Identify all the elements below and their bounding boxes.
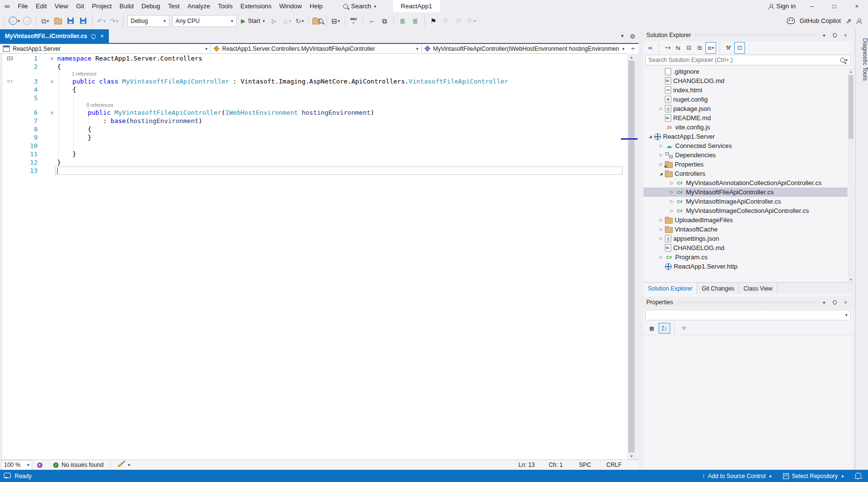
tree-item[interactable]: ▷C#MyVintasoftAnnotationCollectionApiCon… bbox=[643, 178, 852, 188]
active-document-title[interactable]: ReactApp1 bbox=[393, 0, 440, 12]
save-button[interactable] bbox=[64, 15, 77, 27]
menu-help[interactable]: Help bbox=[306, 0, 327, 12]
open-file-button[interactable] bbox=[52, 15, 64, 27]
code-line[interactable]: 2{ bbox=[0, 63, 627, 71]
code-line[interactable]: 9 } bbox=[0, 133, 627, 142]
code-cleanup-icon[interactable] bbox=[118, 462, 123, 467]
breakpoint-margin[interactable] bbox=[0, 63, 18, 71]
categorized-icon[interactable]: ▦ bbox=[646, 323, 657, 333]
breakpoint-margin[interactable] bbox=[0, 94, 18, 102]
menu-git[interactable]: Git bbox=[72, 0, 88, 12]
fold-toggle-icon[interactable]: ∨ bbox=[38, 77, 57, 85]
gear-icon[interactable]: ⚙ bbox=[630, 33, 636, 40]
code-line[interactable]: 5 bbox=[0, 94, 627, 102]
sync-with-active-document-icon[interactable]: ⧈▾ bbox=[705, 42, 716, 54]
menu-window[interactable]: Window bbox=[275, 0, 306, 12]
scroll-up-icon[interactable]: ▲ bbox=[847, 68, 854, 74]
diagnostic-tools-tab[interactable]: Diagnostic Tools bbox=[856, 34, 868, 81]
tree-item[interactable]: ⚙nuget.config bbox=[643, 95, 852, 104]
spaces-indicator[interactable]: SPC bbox=[579, 461, 606, 468]
tree-item[interactable]: ReactApp1.Server.http bbox=[643, 262, 852, 271]
collapse-all-icon[interactable]: ⊟ bbox=[684, 42, 694, 53]
code-tokens[interactable]: { bbox=[57, 85, 76, 94]
expand-arrow[interactable]: ▷ bbox=[657, 255, 665, 259]
increase-indent-button[interactable]: ≣ bbox=[409, 15, 422, 27]
decrease-indent-button[interactable]: ≣ bbox=[396, 15, 409, 27]
tree-item[interactable]: ▷VintasoftCache bbox=[643, 225, 852, 234]
menu-project[interactable]: Project bbox=[88, 0, 115, 12]
expand-arrow[interactable]: ▷ bbox=[668, 190, 676, 194]
tree-item[interactable]: ▷{}appsettings.json bbox=[643, 234, 852, 243]
preview-selected-items-icon[interactable]: ⊡ bbox=[734, 42, 745, 54]
tree-item[interactable]: ▷C#Program.cs bbox=[643, 252, 852, 262]
find-in-files-button[interactable] bbox=[311, 15, 324, 27]
copy-lines-button[interactable]: ⧉ bbox=[378, 15, 391, 27]
share-icon[interactable]: ⇗ bbox=[846, 18, 851, 24]
menu-build[interactable]: Build bbox=[116, 0, 138, 12]
pin-icon[interactable] bbox=[91, 33, 97, 40]
line-ending-indicator[interactable]: CRLF bbox=[606, 461, 639, 468]
codelens-indicator[interactable]: 1 reference bbox=[0, 71, 627, 77]
code-line[interactable]: 12} bbox=[0, 158, 627, 167]
select-repository-button[interactable]: Select Repository ▲ bbox=[783, 473, 845, 480]
editor-vertical-scrollbar[interactable]: ▲ ▼ bbox=[627, 54, 636, 460]
solution-platform-dropdown[interactable]: Any CPU▾ bbox=[172, 15, 237, 27]
code-tokens[interactable]: { bbox=[57, 63, 61, 71]
toggle-bookmark-button[interactable]: ⚑ bbox=[427, 15, 440, 27]
tree-item[interactable]: .gitignore bbox=[643, 67, 852, 76]
code-line[interactable]: 6∨ public MyVintasoftFileApiController(I… bbox=[0, 108, 627, 117]
code-line[interactable]: 4 { bbox=[0, 85, 627, 94]
pending-changes-filter-icon[interactable]: ◔▾ bbox=[662, 42, 672, 53]
tree-item[interactable]: ▷C#MyVintasoftImageCollectionApiControll… bbox=[643, 206, 852, 215]
scrollbar-thumb[interactable] bbox=[628, 61, 635, 453]
code-tokens[interactable]: : base(hostingEnvironment) bbox=[57, 117, 202, 125]
panel-tab-git-changes[interactable]: Git Changes bbox=[697, 283, 739, 294]
pin-icon[interactable] bbox=[831, 33, 839, 37]
home-icon[interactable]: ∞ bbox=[645, 42, 655, 53]
panel-tab-solution-explorer[interactable]: Solution Explorer bbox=[643, 283, 697, 294]
navigate-forward-button[interactable]: → bbox=[21, 15, 34, 27]
add-to-source-control-button[interactable]: ↑ Add to Source Control ▲ bbox=[702, 473, 772, 480]
menu-test[interactable]: Test bbox=[164, 0, 184, 12]
split-editor-button[interactable]: ÷ bbox=[627, 43, 639, 54]
breakpoint-margin[interactable] bbox=[0, 117, 18, 125]
solution-explorer-scrollbar[interactable]: ▲ ▼ bbox=[847, 68, 854, 282]
account-icon[interactable] bbox=[856, 19, 861, 23]
panel-tab-class-view[interactable]: Class View bbox=[739, 283, 777, 294]
start-without-debugging-button[interactable]: ▷ bbox=[268, 15, 281, 27]
tree-item[interactable]: <>index.html bbox=[643, 85, 852, 95]
menu-edit[interactable]: Edit bbox=[32, 0, 50, 12]
inheritance-margin-icon[interactable]: ○↑ bbox=[7, 77, 13, 85]
clear-bookmarks-button[interactable]: ⚐▾ bbox=[465, 15, 478, 27]
project-dropdown[interactable]: ReactApp1.Server ▾ bbox=[0, 44, 211, 53]
editor-extension-icon[interactable] bbox=[37, 462, 42, 468]
save-all-button[interactable] bbox=[77, 15, 90, 27]
next-bookmark-button[interactable]: ⚐ bbox=[453, 15, 465, 27]
expand-arrow[interactable]: ◢ bbox=[646, 134, 654, 139]
tree-item[interactable]: ▷{}package.json bbox=[643, 104, 852, 113]
code-tokens[interactable]: } bbox=[57, 158, 61, 167]
codelens-indicator[interactable]: 0 references bbox=[0, 102, 627, 108]
notifications-bell-icon[interactable] bbox=[855, 473, 861, 478]
document-tab[interactable]: MyVintasoftFil...iController.cs × bbox=[0, 29, 109, 43]
member-dropdown[interactable]: MyVintasoftFileApiController(IWebHostEnv… bbox=[422, 44, 627, 53]
tree-item[interactable]: ▷C#MyVintasoftImageApiController.cs bbox=[643, 197, 852, 206]
close-icon[interactable]: × bbox=[842, 300, 849, 305]
open-documents-dropdown-icon[interactable]: ▾ bbox=[621, 33, 624, 39]
tree-item[interactable]: ▷C#MyVintasoftFileApiController.cs bbox=[643, 188, 852, 197]
navigate-back-button[interactable]: ←▾ bbox=[8, 15, 21, 27]
breakpoint-margin[interactable] bbox=[0, 158, 18, 167]
menu-debug[interactable]: Debug bbox=[138, 0, 164, 12]
tree-item[interactable]: ▷Dependencies bbox=[643, 150, 852, 160]
breakpoint-margin[interactable] bbox=[0, 85, 18, 94]
window-layout-button[interactable]: ⊟▾ bbox=[330, 15, 342, 27]
code-cleanup-run-button[interactable]: abc✓ bbox=[348, 15, 360, 27]
toolbar-grip[interactable] bbox=[3, 16, 6, 26]
expand-arrow[interactable]: ◢ bbox=[657, 171, 665, 176]
format-selection-button[interactable]: ⌐ bbox=[366, 15, 378, 27]
scroll-down-icon[interactable]: ▼ bbox=[847, 276, 854, 282]
code-editor[interactable]: {⊡1∨namespace ReactApp1.Server.Controlle… bbox=[0, 54, 627, 460]
code-tokens[interactable]: { bbox=[57, 125, 91, 133]
breakpoint-margin[interactable] bbox=[0, 133, 18, 142]
tree-item[interactable]: M↓README.md bbox=[643, 113, 852, 123]
